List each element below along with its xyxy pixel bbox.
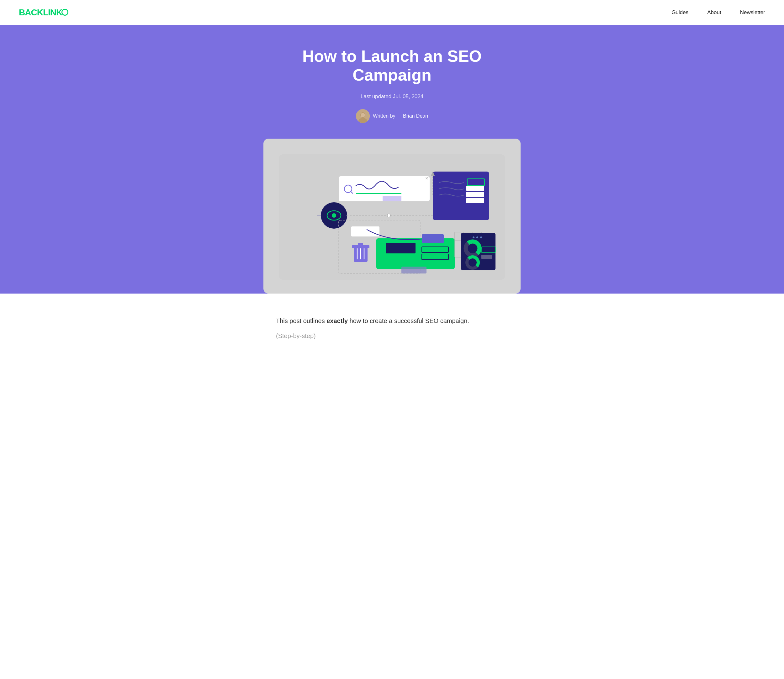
svg-rect-34: [386, 243, 416, 253]
navbar: BACKLINK Guides About Newsletter: [0, 0, 784, 25]
svg-text:×: ×: [425, 176, 428, 181]
svg-rect-29: [358, 243, 363, 246]
svg-rect-35: [422, 234, 444, 243]
avatar: [356, 109, 370, 123]
svg-point-3: [361, 113, 365, 117]
intro-text-suffix: how to create a successful SEO campaign.: [348, 318, 469, 324]
logo-text: BACKLINK: [19, 8, 62, 17]
intro-text-prefix: This post outlines: [276, 318, 327, 324]
written-by-label: Written by: [373, 113, 396, 119]
svg-rect-9: [383, 196, 401, 201]
svg-rect-20: [466, 198, 484, 203]
svg-rect-38: [401, 267, 427, 274]
svg-point-46: [473, 236, 474, 238]
logo-o: [61, 9, 68, 16]
hero-section: How to Launch an SEO Campaign Last updat…: [0, 25, 784, 294]
intro-paragraph: This post outlines exactly how to create…: [276, 316, 508, 326]
nav-link-guides[interactable]: Guides: [671, 9, 689, 16]
main-content: This post outlines exactly how to create…: [263, 294, 521, 352]
step-label: (Step-by-step): [276, 332, 508, 340]
svg-point-24: [387, 214, 390, 217]
author-line: Written by Brian Dean: [13, 109, 771, 123]
intro-bold: exactly: [327, 318, 348, 324]
page-title: How to Launch an SEO Campaign: [266, 47, 518, 84]
svg-rect-54: [481, 255, 492, 259]
nav-links: Guides About Newsletter: [671, 9, 765, 16]
nav-item-guides[interactable]: Guides: [671, 9, 689, 16]
nav-link-newsletter[interactable]: Newsletter: [740, 9, 765, 16]
svg-rect-18: [466, 186, 484, 191]
svg-rect-19: [466, 192, 484, 197]
nav-link-about[interactable]: About: [707, 9, 721, 16]
last-updated-date: Last updated Jul. 05, 2024: [13, 94, 771, 100]
nav-item-about[interactable]: About: [707, 9, 721, 16]
hero-image-wrapper: ×: [263, 139, 521, 294]
author-link[interactable]: Brian Dean: [403, 113, 428, 119]
svg-rect-25: [351, 227, 379, 236]
logo[interactable]: BACKLINK: [19, 8, 68, 17]
illustration-svg: ×: [279, 151, 505, 283]
nav-item-newsletter[interactable]: Newsletter: [740, 9, 765, 16]
svg-point-47: [476, 236, 478, 238]
hero-illustration: ×: [263, 139, 521, 294]
svg-point-48: [480, 236, 482, 238]
svg-point-13: [332, 213, 336, 217]
